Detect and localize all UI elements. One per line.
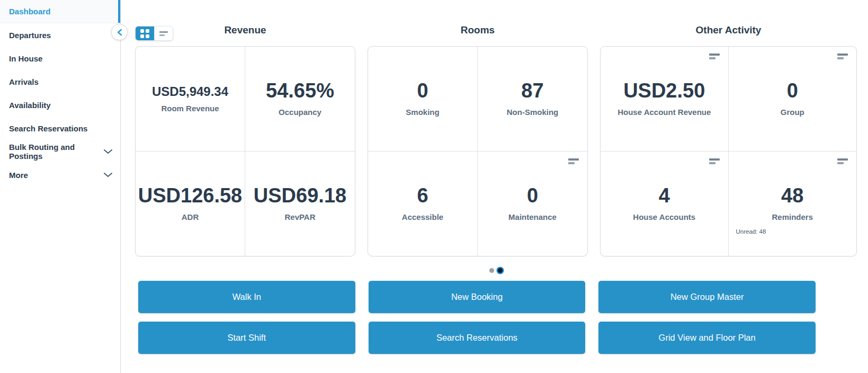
sidebar-item-label: Arrivals xyxy=(9,77,39,86)
sidebar-item-label: Availability xyxy=(9,101,51,110)
metric-cell-house-account-revenue: USD2.50 House Account Revenue xyxy=(601,47,729,152)
metric-value: USD2.50 xyxy=(623,81,705,102)
metric-label: House Account Revenue xyxy=(618,108,711,117)
cell-menu-lines-icon[interactable] xyxy=(709,158,720,164)
sidebar-item-more[interactable]: More xyxy=(0,163,120,186)
metric-cell-revpar: USD69.18 RevPAR xyxy=(245,152,355,256)
cell-menu-lines-icon[interactable] xyxy=(837,54,848,59)
metric-cell-maintenance: 0 Maintenance xyxy=(478,152,587,256)
dashboard-main: Revenue Rooms Other Activity USD5,949.34… xyxy=(121,0,868,373)
section-title-rooms: Rooms xyxy=(368,23,588,37)
grid-view-button[interactable] xyxy=(136,26,154,40)
list-view-button[interactable] xyxy=(154,26,173,40)
new-booking-button[interactable]: New Booking xyxy=(369,281,586,313)
sidebar-item-label: Departures xyxy=(9,31,51,40)
sidebar-item-bulk-routing-and-postings[interactable]: Bulk Routing and Postings xyxy=(0,140,120,163)
sidebar-item-arrivals[interactable]: Arrivals xyxy=(0,70,120,93)
metric-label: Occupancy xyxy=(279,108,321,117)
sidebar-item-label: In House xyxy=(9,54,42,63)
metric-value: 4 xyxy=(659,185,670,207)
sidebar-item-dashboard[interactable]: Dashboard xyxy=(0,0,120,23)
cell-menu-lines-icon[interactable] xyxy=(837,158,848,164)
sidebar-item-in-house[interactable]: In House xyxy=(0,47,120,70)
sidebar-item-search-reservations[interactable]: Search Reservations xyxy=(0,117,120,140)
revenue-card: USD5,949.34 Room Revenue 54.65% Occupanc… xyxy=(135,46,355,256)
search-reservations-button[interactable]: Search Reservations xyxy=(369,322,586,354)
other-activity-card: USD2.50 House Account Revenue 0 Group 4 … xyxy=(600,46,857,256)
sidebar-collapse-button[interactable] xyxy=(111,24,128,40)
metric-cards: USD5,949.34 Room Revenue 54.65% Occupanc… xyxy=(135,46,857,256)
chevron-left-icon xyxy=(117,29,122,36)
metric-label: Smoking xyxy=(406,108,439,117)
metric-value: 6 xyxy=(417,185,428,207)
metric-label: Non-Smoking xyxy=(507,108,559,117)
metric-label: Group xyxy=(781,108,804,117)
metric-cell-room-revenue: USD5,949.34 Room Revenue xyxy=(136,47,245,152)
metric-value: USD126.58 xyxy=(138,185,242,207)
metric-cell-house-accounts: 4 House Accounts xyxy=(601,152,729,256)
quick-actions: Walk In New Booking New Group Master Sta… xyxy=(138,281,816,354)
metric-label: Reminders xyxy=(772,212,813,221)
walk-in-button[interactable]: Walk In xyxy=(138,281,355,313)
metric-value: USD5,949.34 xyxy=(152,85,228,98)
metric-label: Accessible xyxy=(402,212,443,221)
sidebar-item-availability[interactable]: Availability xyxy=(0,93,120,117)
metric-value: USD69.18 xyxy=(254,185,346,207)
list-lines-icon xyxy=(159,31,168,36)
metric-value: 0 xyxy=(527,185,538,207)
metric-label: Maintenance xyxy=(508,212,557,221)
chevron-down-icon xyxy=(103,172,113,177)
sidebar-item-label: Dashboard xyxy=(9,7,50,16)
metric-label: RevPAR xyxy=(284,212,315,221)
carousel-dot-2[interactable] xyxy=(498,268,503,273)
metric-label: Room Revenue xyxy=(161,104,219,113)
metric-value: 48 xyxy=(781,185,803,207)
sidebar: Dashboard Departures In House Arrivals A… xyxy=(0,0,121,373)
metric-value: 87 xyxy=(521,81,543,102)
sidebar-item-label: Search Reservations xyxy=(9,124,87,133)
metric-cell-group: 0 Group xyxy=(729,47,857,152)
metric-cell-occupancy: 54.65% Occupancy xyxy=(245,47,355,152)
grid-icon xyxy=(140,29,149,38)
view-toggle xyxy=(135,26,173,41)
carousel-dot-1[interactable] xyxy=(489,268,494,273)
chevron-down-icon xyxy=(103,149,113,154)
grid-view-and-floor-plan-button[interactable]: Grid View and Floor Plan xyxy=(598,322,816,354)
section-headers: Revenue Rooms Other Activity xyxy=(135,23,857,37)
metric-value: 0 xyxy=(417,81,428,102)
metric-value: 54.65% xyxy=(266,81,334,102)
rooms-card: 0 Smoking 87 Non-Smoking 6 Accessible 0 … xyxy=(368,46,588,256)
metric-cell-adr: USD126.58 ADR xyxy=(136,152,245,256)
cell-menu-lines-icon[interactable] xyxy=(568,158,579,164)
carousel-dots xyxy=(135,267,857,274)
metric-cell-reminders: 48 Reminders Unread: 48 xyxy=(729,152,857,256)
sidebar-item-label: Bulk Routing and Postings xyxy=(9,143,103,161)
metric-value: 0 xyxy=(787,81,798,102)
metric-label: ADR xyxy=(182,212,199,221)
metric-cell-non-smoking: 87 Non-Smoking xyxy=(478,47,587,152)
new-group-master-button[interactable]: New Group Master xyxy=(598,281,816,313)
start-shift-button[interactable]: Start Shift xyxy=(138,322,355,354)
metric-cell-smoking: 0 Smoking xyxy=(368,47,478,152)
metric-label: House Accounts xyxy=(633,212,695,221)
section-title-other-activity: Other Activity xyxy=(600,23,857,37)
cell-menu-lines-icon[interactable] xyxy=(709,54,720,59)
sidebar-item-label: More xyxy=(9,171,28,180)
metric-cell-accessible: 6 Accessible xyxy=(368,152,478,256)
sidebar-item-departures[interactable]: Departures xyxy=(0,23,120,47)
unread-count: Unread: 48 xyxy=(736,228,766,235)
